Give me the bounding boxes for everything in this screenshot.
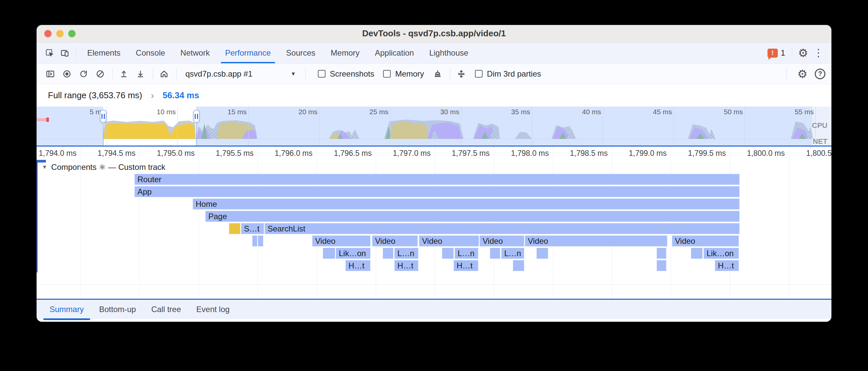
details-tab-bottom-up[interactable]: Bottom-up	[92, 300, 144, 319]
flame-bar-router[interactable]: Router	[134, 174, 740, 185]
flame-bar-page[interactable]: Page	[205, 211, 740, 222]
flame-bar-ht[interactable]: H…t	[715, 260, 739, 271]
minimap-dimmed-right	[196, 107, 812, 146]
upload-profile-icon[interactable]	[116, 66, 131, 82]
tab-sources[interactable]: Sources	[279, 42, 323, 63]
flame-bar-ht[interactable]: H…t	[345, 260, 370, 271]
flame-bar[interactable]	[252, 235, 257, 247]
tab-lighthouse[interactable]: Lighthouse	[422, 42, 476, 63]
flame-bar-searchlist[interactable]: SearchList	[265, 223, 740, 234]
flame-bar-ht[interactable]: H…t	[454, 260, 478, 271]
device-toolbar-icon[interactable]	[57, 45, 72, 61]
shortcuts-dialog-icon[interactable]	[454, 66, 469, 82]
target-selector[interactable]: qsvd7p.csb.app #1 ▼	[183, 69, 301, 79]
fullscreen-window-button[interactable]	[68, 30, 75, 37]
chevron-down-icon: ▼	[290, 71, 296, 77]
ruler-gridline	[376, 146, 376, 160]
details-tab-summary[interactable]: Summary	[42, 300, 92, 319]
flame-bar-st[interactable]: S…t	[241, 223, 264, 234]
tab-application[interactable]: Application	[367, 42, 421, 63]
minimize-window-button[interactable]	[56, 30, 64, 37]
details-tab-event-log[interactable]: Event log	[189, 300, 237, 319]
record-icon[interactable]	[59, 66, 74, 82]
tab-memory[interactable]: Memory	[323, 42, 367, 63]
flame-bar-video[interactable]: Video	[479, 235, 524, 247]
flame-bar[interactable]	[657, 260, 666, 271]
minimap-time-label: 55 ms	[795, 108, 814, 116]
ruler-time-label: 1,794.5 ms	[97, 149, 135, 158]
tabbar-right: ! 1 ⚙ ⋮	[764, 45, 826, 61]
issues-count: 1	[781, 48, 785, 58]
divider	[792, 48, 792, 58]
flame-bar-likon[interactable]: Lik…on	[704, 248, 739, 259]
flame-bar-video[interactable]: Video	[312, 235, 370, 247]
minimap-time-label: 35 ms	[511, 108, 530, 116]
flame-bar-ht[interactable]: H…t	[394, 260, 418, 271]
collect-garbage-icon[interactable]	[430, 66, 445, 82]
settings-icon[interactable]: ⚙	[796, 45, 811, 61]
flame-bar[interactable]	[383, 248, 393, 259]
tab-performance[interactable]: Performance	[217, 42, 278, 63]
ruler-gridline	[612, 146, 612, 160]
download-profile-icon[interactable]	[133, 66, 148, 82]
minimap-gridline	[532, 107, 532, 146]
flame-bar[interactable]	[657, 248, 666, 259]
toggle-sidebar-icon[interactable]	[42, 66, 58, 82]
flame-bar[interactable]	[536, 248, 548, 259]
memory-checkbox[interactable]: Memory	[383, 69, 424, 79]
network-activity-strip	[37, 118, 49, 121]
minimap-time-label: 50 ms	[724, 108, 743, 116]
tab-console[interactable]: Console	[128, 42, 173, 63]
track-bottom-separator	[37, 284, 831, 285]
selected-range-crumb[interactable]: 56.34 ms	[163, 90, 199, 101]
timeline-minimap[interactable]: 5 ms10 ms15 ms20 ms25 ms30 ms35 ms40 ms4…	[37, 107, 831, 146]
flame-bar[interactable]	[323, 248, 335, 259]
dim-3rd-parties-checkbox[interactable]: Dim 3rd parties	[475, 69, 541, 79]
flame-bar[interactable]	[442, 248, 454, 259]
inspect-icon[interactable]	[42, 45, 57, 61]
help-icon[interactable]: ?	[815, 68, 826, 79]
flame-bar-video[interactable]: Video	[525, 235, 667, 247]
flame-bar-ln[interactable]: L…n	[501, 248, 524, 259]
flame-bar-video[interactable]: Video	[419, 235, 479, 247]
flame-bar-video[interactable]: Video	[372, 235, 418, 247]
divider	[76, 48, 76, 58]
checkbox-label: Memory	[395, 69, 424, 79]
flame-bar[interactable]	[490, 248, 500, 259]
flame-bar[interactable]	[229, 223, 240, 234]
record-and-reload-icon[interactable]	[76, 66, 91, 82]
more-options-icon[interactable]: ⋮	[811, 45, 826, 61]
tab-elements[interactable]: Elements	[80, 42, 128, 63]
flame-gridline	[789, 160, 789, 299]
minimap-left-handle[interactable]	[100, 110, 106, 123]
flame-bar-ln[interactable]: L…n	[394, 248, 418, 259]
flame-bar[interactable]	[513, 260, 524, 271]
flame-bar[interactable]	[258, 235, 263, 247]
minimap-time-label: 45 ms	[653, 108, 672, 116]
home-icon[interactable]	[156, 66, 172, 82]
close-window-button[interactable]	[44, 30, 52, 37]
issues-button[interactable]: ! 1	[764, 48, 788, 58]
checkbox-box	[475, 70, 483, 78]
flame-bar-app[interactable]: App	[134, 186, 740, 197]
clear-icon[interactable]	[93, 66, 108, 82]
screenshots-checkbox[interactable]: Screenshots	[318, 69, 374, 79]
flame-chart[interactable]: ▼ Components ⚛ — Custom track RouterAppH…	[37, 160, 831, 299]
divider	[176, 68, 177, 79]
minimap-gridline	[248, 107, 249, 146]
flame-bar-home[interactable]: Home	[193, 199, 740, 209]
full-range-crumb[interactable]: Full range (3,653.76 ms)	[48, 90, 142, 101]
minimap-right-handle[interactable]	[193, 110, 200, 123]
collapse-track-icon[interactable]: ▼	[42, 164, 47, 170]
capture-settings-icon[interactable]: ⚙	[795, 66, 810, 82]
divider	[786, 68, 787, 79]
flame-bar-likon[interactable]: Lik…on	[336, 248, 370, 259]
ruler-gridline	[553, 146, 553, 160]
minimap-time-label: 40 ms	[582, 108, 601, 116]
details-tab-call-tree[interactable]: Call tree	[144, 300, 188, 319]
flame-bar-video[interactable]: Video	[672, 235, 739, 247]
flame-bar-ln[interactable]: L…n	[455, 248, 478, 259]
track-header[interactable]: ▼ Components ⚛ — Custom track	[42, 163, 165, 172]
tab-network[interactable]: Network	[173, 42, 217, 63]
flame-bar[interactable]	[691, 248, 703, 259]
